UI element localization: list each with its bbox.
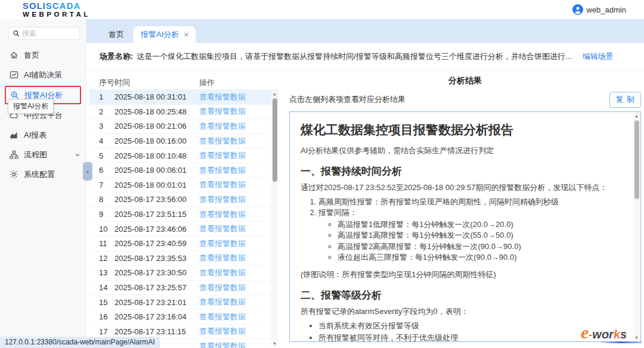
row-op: 查看报警数据 — [199, 341, 278, 348]
row-op: 查看报警数据 — [199, 165, 278, 176]
view-alarm-data-link[interactable]: 查看报警数据 — [199, 312, 246, 321]
report-scrollbar[interactable]: ▲ ▼ — [633, 113, 640, 341]
table-row[interactable]: 162025-08-17 23:16:04查看报警数据 — [89, 310, 278, 325]
table-row[interactable]: 52025-08-18 00:10:48查看报警数据 — [89, 148, 278, 163]
report-paragraph: 所有报警记录的alarmSeverity字段均为0，表明： — [301, 306, 627, 318]
view-alarm-data-link[interactable]: 查看报警数据 — [199, 283, 246, 292]
edit-scene-link[interactable]: 编辑场景 — [583, 51, 614, 62]
sidebar-collapse-handle[interactable]: ‹ — [83, 162, 92, 181]
view-alarm-data-link[interactable]: 查看报警数据 — [199, 122, 246, 130]
scroll-down-icon[interactable]: ▼ — [273, 340, 277, 347]
chevron-down-icon[interactable] — [74, 151, 81, 159]
scroll-up-icon[interactable]: ▲ — [273, 91, 277, 97]
view-alarm-data-link[interactable]: 查看报警数据 — [199, 297, 246, 306]
sidebar-item-home[interactable]: 首页 — [0, 45, 86, 65]
sidebar-tooltip: 报警AI分析 — [8, 99, 54, 114]
tab-close-icon[interactable]: × — [184, 30, 188, 39]
view-alarm-data-link[interactable]: 查看报警数据 — [199, 224, 246, 233]
table-row[interactable]: 32025-08-18 00:21:06查看报警数据 — [89, 119, 278, 134]
tab-home[interactable]: 首页 — [100, 26, 134, 43]
row-time: 2025-08-17 23:30:50 — [114, 268, 199, 277]
row-seq: 2 — [89, 107, 114, 116]
gear-icon — [10, 170, 18, 179]
table-row[interactable]: 72025-08-18 00:01:01查看报警数据 — [89, 178, 278, 193]
row-op: 查看报警数据 — [199, 92, 278, 102]
scrollbar-thumb[interactable] — [634, 120, 639, 199]
view-alarm-data-link[interactable]: 查看报警数据 — [199, 195, 246, 204]
table-row[interactable]: 82025-08-17 23:56:00查看报警数据 — [89, 192, 278, 207]
scrollbar-track[interactable] — [271, 97, 278, 340]
row-seq: 6 — [89, 166, 114, 175]
sidebar-item-label: 流程图 — [24, 150, 47, 160]
view-alarm-data-link[interactable]: 查看报警数据 — [199, 92, 246, 101]
table-row[interactable]: 152025-08-17 23:21:01查看报警数据 — [89, 295, 278, 310]
sidebar-item-flowchart[interactable]: 流程图 — [0, 145, 86, 164]
watermark-e: e — [581, 322, 589, 342]
view-alarm-data-link[interactable]: 查看报警数据 — [199, 166, 246, 175]
table-row[interactable]: 92025-08-17 23:51:15查看报警数据 — [89, 207, 278, 222]
scene-bar: 场景名称: 这是一个煤化工数据集控项目，请基于报警数据从报警持续时间/报警等级和… — [86, 43, 644, 71]
user-menu[interactable]: web_admin — [572, 4, 627, 15]
row-seq: 17 — [89, 327, 114, 336]
row-seq: 9 — [89, 210, 114, 219]
view-alarm-data-link[interactable]: 查看报警数据 — [199, 151, 246, 160]
copy-button[interactable]: 复 制 — [609, 92, 641, 108]
alarm-analysis-icon — [10, 91, 19, 100]
table-header: 序号 时间 操作 — [89, 76, 278, 90]
view-alarm-data-link[interactable]: 查看报警数据 — [199, 210, 246, 219]
ai-assist-icon — [10, 70, 18, 79]
table-row[interactable]: 62025-08-18 00:06:01查看报警数据 — [89, 163, 278, 178]
table-scrollbar[interactable]: ▲ ▼ — [271, 91, 278, 347]
sidebar-search[interactable] — [8, 27, 80, 40]
view-alarm-data-link[interactable]: 查看报警数据 — [199, 136, 246, 145]
row-time: 2025-08-17 23:16:04 — [114, 312, 199, 321]
sidebar-item-system-config[interactable]: 系统配置 — [0, 164, 86, 184]
sidebar-item-label: 系统配置 — [24, 169, 55, 180]
search-input[interactable] — [22, 29, 76, 38]
report-sub-list: 高温报警1低限报警：每1分钟触发一次(20.0→20.0)高温报警1高限报警：每… — [318, 219, 627, 263]
table-row[interactable]: 132025-08-17 23:30:50查看报警数据 — [89, 266, 278, 281]
report-section-heading: 一、报警持续时间分析 — [301, 164, 627, 178]
view-alarm-data-link[interactable]: 查看报警数据 — [199, 268, 246, 277]
row-seq: 14 — [89, 283, 114, 292]
table-row[interactable]: 12025-08-18 00:31:01查看报警数据 — [89, 90, 278, 105]
alarm-list-panel: 序号 时间 操作 12025-08-18 00:31:01查看报警数据22025… — [89, 71, 278, 348]
scrollbar-track[interactable] — [633, 119, 640, 334]
row-seq: 7 — [89, 181, 114, 189]
report-disclaimer: AI分析结果仅供参考辅助，需结合实际生产情况进行判定 — [301, 145, 627, 156]
table-row[interactable]: 122025-08-17 23:35:53查看报警数据 — [89, 251, 278, 266]
row-op: 查看报警数据 — [199, 238, 278, 249]
row-op: 查看报警数据 — [199, 268, 278, 278]
report-ordered-list: 高频周期性报警：所有报警均呈现严格的周期性，间隔时间精确到秒级报警间隔：高温报警… — [301, 197, 627, 263]
row-seq: 1 — [89, 92, 114, 101]
view-alarm-data-link[interactable]: 查看报警数据 — [199, 327, 246, 335]
view-alarm-data-link[interactable]: 查看报警数据 — [199, 239, 246, 248]
report-list-item: 报警间隔：高温报警1低限报警：每1分钟触发一次(20.0→20.0)高温报警1高… — [318, 207, 627, 263]
row-seq: 4 — [89, 136, 114, 145]
column-time: 时间 — [114, 77, 199, 88]
column-op: 操作 — [199, 77, 278, 88]
tab-alarm-ai[interactable]: 报警AI分析 × — [134, 26, 196, 43]
row-time: 2025-08-18 00:25:48 — [114, 107, 199, 116]
sidebar-item-ai-assist[interactable]: AI辅助决策 — [0, 65, 86, 85]
scroll-up-icon[interactable]: ▲ — [634, 113, 639, 119]
logo-line2: WEBPORTAL — [23, 11, 91, 18]
row-seq: 5 — [89, 151, 114, 160]
scrollbar-thumb[interactable] — [273, 98, 277, 182]
row-time: 2025-08-18 00:01:01 — [114, 181, 199, 189]
sidebar-item-ai-report[interactable]: AI报表 — [0, 125, 86, 145]
table-row[interactable]: 102025-08-17 23:46:06查看报警数据 — [89, 222, 278, 237]
table-row[interactable]: 142025-08-17 23:25:57查看报警数据 — [89, 281, 278, 296]
sidebar-menu: 首页AI辅助决策报警AI分析中控云平台AI报表流程图系统配置 — [0, 45, 86, 184]
table-row[interactable]: 112025-08-17 23:40:59查看报警数据 — [89, 237, 278, 251]
view-alarm-data-link[interactable]: 查看报警数据 — [199, 180, 246, 189]
view-alarm-data-link[interactable]: 查看报警数据 — [199, 341, 246, 348]
scene-description: 这是一个煤化工数据集控项目，请基于报警数据从报警持续时间/报警等级和高频报警位号… — [137, 51, 571, 62]
row-op: 查看报警数据 — [199, 297, 278, 307]
report-box: 煤化工数据集控项目报警数据分析报告AI分析结果仅供参考辅助，需结合实际生产情况进… — [289, 111, 641, 342]
table-row[interactable]: 22025-08-18 00:25:48查看报警数据 — [89, 105, 278, 120]
view-alarm-data-link[interactable]: 查看报警数据 — [199, 253, 246, 262]
scene-name-label: 场景名称: — [100, 51, 133, 62]
view-alarm-data-link[interactable]: 查看报警数据 — [199, 107, 246, 116]
table-row[interactable]: 42025-08-18 00:16:00查看报警数据 — [89, 134, 278, 149]
